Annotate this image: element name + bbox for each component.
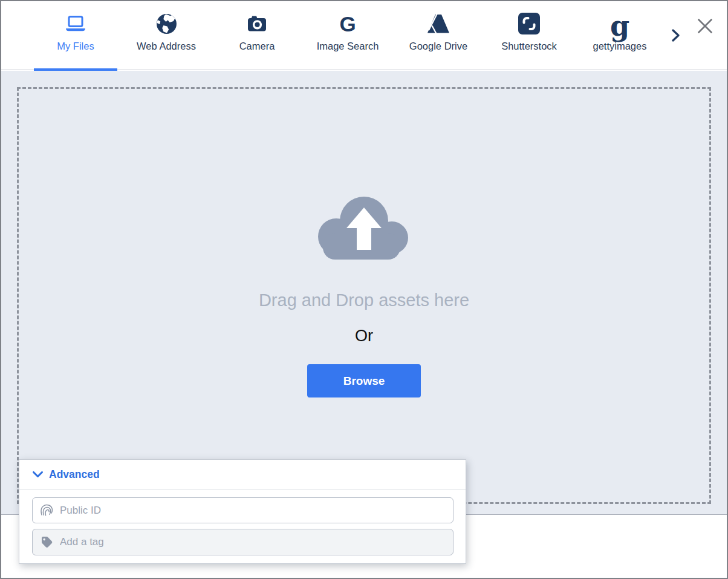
close-icon: [696, 17, 714, 35]
chevron-right-icon: [672, 29, 680, 42]
advanced-panel: Advanced: [19, 459, 466, 564]
tab-label: Google Drive: [409, 41, 467, 52]
laptop-icon: [65, 11, 86, 36]
close-button[interactable]: [695, 16, 715, 36]
or-separator: Or: [1, 327, 727, 345]
chevron-down-icon: [33, 471, 43, 478]
tab-gettyimages[interactable]: g gettyimages: [574, 1, 665, 70]
tab-camera[interactable]: Camera: [212, 1, 302, 70]
tag-icon: [40, 535, 53, 549]
gettyimages-icon: g: [610, 11, 629, 36]
public-id-input[interactable]: [60, 505, 446, 517]
google-g-icon: G: [339, 11, 356, 36]
upload-area: Drag and Drop assets here Or Browse: [1, 71, 727, 515]
advanced-toggle[interactable]: Advanced: [19, 460, 466, 489]
camera-icon: [246, 11, 268, 36]
add-tag-input[interactable]: [60, 536, 446, 548]
tag-field-wrap: [32, 529, 453, 555]
google-drive-icon: [427, 11, 450, 36]
cloud-upload-icon: [314, 193, 414, 266]
upload-source-tabbar: My Files Web Address: [1, 1, 727, 70]
tab-label: gettyimages: [593, 41, 647, 52]
more-tabs-button[interactable]: [669, 28, 683, 44]
globe-icon: [155, 11, 178, 36]
tab-web-address[interactable]: Web Address: [121, 1, 212, 70]
tab-label: Camera: [239, 41, 275, 52]
tab-google-drive[interactable]: Google Drive: [393, 1, 484, 70]
browse-button[interactable]: Browse: [307, 364, 421, 397]
fingerprint-icon: [40, 503, 53, 518]
upload-widget-window: My Files Web Address: [0, 0, 728, 579]
shutterstock-icon: [518, 11, 541, 36]
tab-my-files[interactable]: My Files: [30, 1, 121, 70]
tab-label: My Files: [57, 41, 94, 52]
tab-list: My Files Web Address: [30, 1, 665, 70]
tab-image-search[interactable]: G Image Search: [302, 1, 393, 70]
public-id-field-wrap: [32, 497, 453, 523]
tab-label: Shutterstock: [501, 41, 557, 52]
tab-label: Web Address: [137, 41, 196, 52]
tab-label: Image Search: [317, 41, 379, 52]
advanced-body: [19, 489, 466, 555]
advanced-title: Advanced: [49, 468, 100, 481]
drag-drop-hint: Drag and Drop assets here: [1, 290, 727, 310]
tab-shutterstock[interactable]: Shutterstock: [484, 1, 574, 70]
